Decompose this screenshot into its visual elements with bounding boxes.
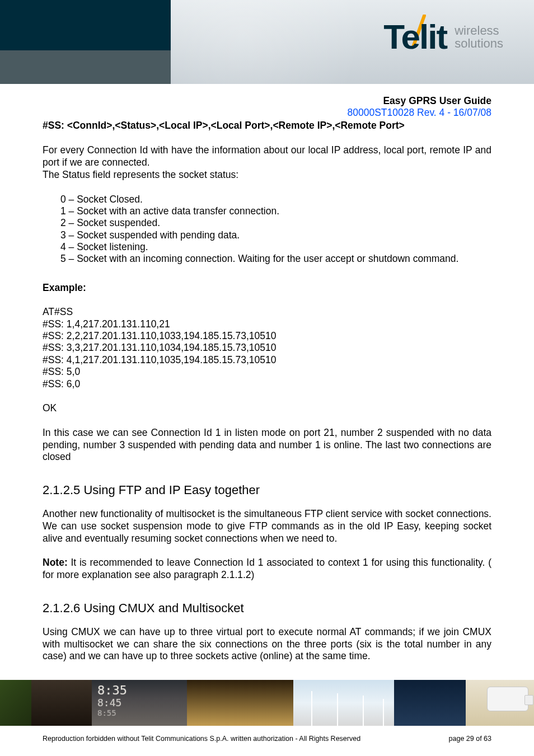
page-footer: Reproduction forbidden without Telit Com… xyxy=(0,735,534,743)
example-line: #SS: 6,0 xyxy=(43,378,491,390)
status-item: 0 – Socket Closed. xyxy=(60,194,491,205)
turbine-icon xyxy=(311,691,312,726)
example-block: AT#SS #SS: 1,4,217.201.131.110,21 #SS: 2… xyxy=(43,306,491,389)
footer-photo-2 xyxy=(31,680,92,726)
example-line: AT#SS xyxy=(43,306,491,318)
example-line: #SS: 1,4,217.201.131.110,21 xyxy=(43,318,491,330)
example-line: #SS: 5,0 xyxy=(43,366,491,378)
brand-tag-1: wireless xyxy=(455,24,503,37)
doc-revision: 80000ST10028 Rev. 4 - 16/07/08 xyxy=(43,107,491,119)
footer-photo-1 xyxy=(0,680,31,726)
page-body: #SS: <ConnId>,<Status>,<Local IP>,<Local… xyxy=(0,120,534,663)
section-ftp-p1: Another new functionality of multisocket… xyxy=(43,508,491,545)
brand-name: Telit xyxy=(383,21,447,53)
section-cmux-p1: Using CMUX we can have up to three virtu… xyxy=(43,626,491,663)
example-line: #SS: 2,2,217.201.131.110,1033,194.185.15… xyxy=(43,330,491,342)
section-heading-cmux: 2.1.2.6 Using CMUX and Multisocket xyxy=(43,600,491,616)
turbine-icon xyxy=(383,699,384,726)
status-item: 4 – Socket listening. xyxy=(60,241,491,253)
clock-icon: 8:358:458:55 xyxy=(97,684,127,717)
status-item: 5 – Socket with an incoming connection. … xyxy=(60,253,491,265)
footer-photo-7 xyxy=(466,680,534,726)
section-ftp-note: Note: It is recommended to leave Connect… xyxy=(43,557,491,581)
banner-grey-block xyxy=(0,50,171,84)
footer-photo-4 xyxy=(187,680,293,726)
intro-paragraph-2: The Status field represents the socket s… xyxy=(43,169,491,181)
doc-header: Easy GPRS User Guide 80000ST10028 Rev. 4… xyxy=(0,84,534,119)
footer-page-number: page 29 of 63 xyxy=(449,735,491,743)
footer-photo-3: 8:358:458:55 xyxy=(92,680,187,726)
ok-line: OK xyxy=(43,402,491,415)
footer-photo-6 xyxy=(394,680,466,726)
status-item: 1 – Socket with an active data transfer … xyxy=(60,205,491,217)
camera-icon xyxy=(487,687,528,711)
after-example-paragraph: In this case we can see Connection Id 1 … xyxy=(43,427,491,464)
brand-tag-2: solutions xyxy=(455,37,503,50)
banner-dark-block xyxy=(0,0,171,50)
doc-title: Easy GPRS User Guide xyxy=(43,95,491,107)
footer-copyright: Reproduction forbidden without Telit Com… xyxy=(43,735,360,743)
turbine-icon xyxy=(363,696,364,726)
status-item: 2 – Socket suspended. xyxy=(60,217,491,229)
example-label: Example: xyxy=(43,282,491,294)
note-rest: It is recommended to leave Connection Id… xyxy=(43,557,491,580)
example-line: #SS: 4,1,217.201.131.110,1035,194.185.15… xyxy=(43,354,491,366)
header-banner: Telit wireless solutions xyxy=(0,0,534,84)
intro-paragraph-1: For every Connection Id with have the in… xyxy=(43,144,491,169)
section-heading-ftp: 2.1.2.5 Using FTP and IP Easy together xyxy=(43,482,491,498)
brand-logo: Telit wireless solutions xyxy=(383,21,503,53)
footer-photo-strip: 8:358:458:55 xyxy=(0,680,534,726)
brand-tagline: wireless solutions xyxy=(455,24,503,50)
turbine-icon xyxy=(337,693,338,726)
brand-wordmark: Telit xyxy=(383,21,447,53)
status-item: 3 – Socket suspended with pending data. xyxy=(60,229,491,241)
example-line: #SS: 3,3,217.201.131.110,1034,194.185.15… xyxy=(43,342,491,354)
ss-format-line: #SS: <ConnId>,<Status>,<Local IP>,<Local… xyxy=(43,120,491,132)
footer-photo-5 xyxy=(293,680,394,726)
note-label: Note: xyxy=(43,557,68,568)
status-list: 0 – Socket Closed. 1 – Socket with an ac… xyxy=(43,194,491,265)
